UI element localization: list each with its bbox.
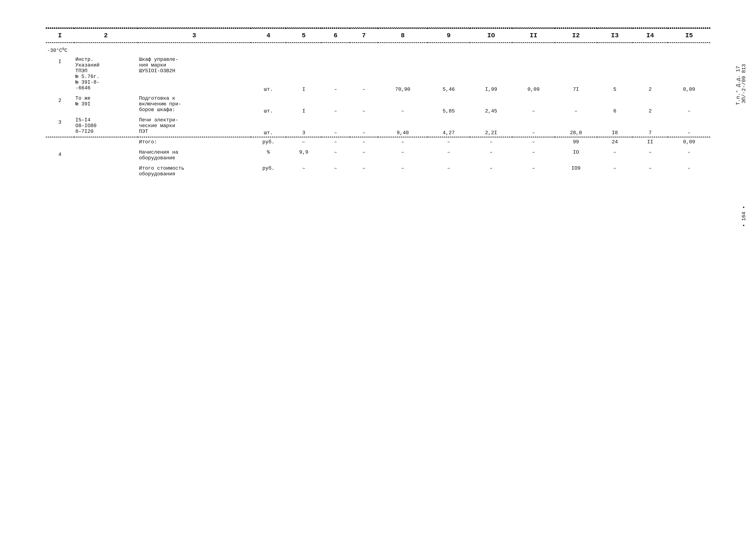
col-header-9: 9 — [428, 29, 470, 43]
col-header-11: II — [512, 29, 555, 43]
table-row-3: 3 I5–I4 O8–IO80 8–7I20 Печи электри- чес… — [46, 115, 710, 137]
subtotal-col9: – — [428, 137, 470, 147]
row3-col8: 9,40 — [378, 115, 427, 137]
total-col14: – — [633, 163, 668, 179]
total-col1 — [46, 163, 74, 179]
row4-col1: 4 — [46, 147, 74, 163]
total-col3: Итого стоимость оборудования — [138, 163, 251, 179]
row4-col14: – — [633, 147, 668, 163]
row2-col1: 2 — [46, 93, 74, 115]
total-col2 — [74, 163, 138, 179]
row3-col15: – — [668, 115, 710, 137]
row3-col6: – — [321, 115, 350, 137]
row1-col12: 7I — [555, 55, 597, 93]
row2-col3: Подготовка к включению при- боров шкафа: — [138, 93, 251, 115]
col-header-5: 5 — [286, 29, 321, 43]
col-header-15: I5 — [668, 29, 710, 43]
row1-col2: Инстр. Указаний ТПЭП № 5.76г. № 39I-8- -… — [74, 55, 138, 93]
row2-col8: – — [378, 93, 427, 115]
col-header-10: IO — [470, 29, 512, 43]
row2-col14: 2 — [633, 93, 668, 115]
row2-col12: – — [555, 93, 597, 115]
total-col15: – — [668, 163, 710, 179]
subtotal-col14: II — [633, 137, 668, 147]
col-header-1: I — [46, 29, 74, 43]
total-col7: – — [350, 163, 378, 179]
subtotal-col5: ← — [286, 137, 321, 147]
row2-col6: – — [321, 93, 350, 115]
total-col11: – — [512, 163, 555, 179]
row3-col12: 28,0 — [555, 115, 597, 137]
subtotal-row: Итого: руб. ← – – – – – – 99 24 II 0,09 — [46, 137, 710, 147]
subtotal-col1 — [46, 137, 74, 147]
row1-col15: 0,09 — [668, 55, 710, 93]
column-header-row: I 2 3 4 5 6 7 8 9 IO II I2 I3 I4 I5 — [46, 29, 710, 43]
col-header-14: I4 — [633, 29, 668, 43]
col-header-3: 3 — [138, 29, 251, 43]
row1-col7: – — [350, 55, 378, 93]
row3-col1: 3 — [46, 115, 74, 137]
table-row-4: 4 Начисления на оборудование % 9,9 – – –… — [46, 147, 710, 163]
side-label-top: Т.п.° Д.д. 17 ЭП/-2-/09 813 — [735, 64, 747, 105]
row2-col10: 2,45 — [470, 93, 512, 115]
row4-col15: – — [668, 147, 710, 163]
row2-col13: 6 — [597, 93, 633, 115]
row1-col14: 2 — [633, 55, 668, 93]
row4-col10: – — [470, 147, 512, 163]
table-row-2: 2 То же № 39I Подготовка к включению при… — [46, 93, 710, 115]
row2-col11: – — [512, 93, 555, 115]
row4-col5: 9,9 — [286, 147, 321, 163]
total-col10: – — [470, 163, 512, 179]
row1-col13: 5 — [597, 55, 633, 93]
row4-col4: % — [251, 147, 286, 163]
row3-col14: 7 — [633, 115, 668, 137]
total-col8: – — [378, 163, 427, 179]
row1-col9: 5,46 — [428, 55, 470, 93]
row1-col6: – — [321, 55, 350, 93]
total-col13: – — [597, 163, 633, 179]
row4-col3: Начисления на оборудование — [138, 147, 251, 163]
row3-col3: Печи электри- ческие марки ПЭТ — [138, 115, 251, 137]
row4-col6: – — [321, 147, 350, 163]
main-table: I 2 3 4 5 6 7 8 9 IO II I2 I3 I4 I5 - — [46, 28, 710, 179]
total-col6: – — [321, 163, 350, 179]
side-label-mid: • 164 • — [741, 206, 747, 227]
subtotal-col7: – — [350, 137, 378, 147]
row3-col11: – — [512, 115, 555, 137]
row3-col5: 3 — [286, 115, 321, 137]
row2-col15: – — [668, 93, 710, 115]
col-header-2: 2 — [74, 29, 138, 43]
row4-col9: – — [428, 147, 470, 163]
col-header-6: 6 — [321, 29, 350, 43]
table-row-1: I Инстр. Указаний ТПЭП № 5.76г. № 39I-8-… — [46, 55, 710, 93]
subtotal-col2 — [74, 137, 138, 147]
temp-note-row: -30°C0C — [46, 43, 710, 55]
col-header-12: I2 — [555, 29, 597, 43]
total-col5: – — [286, 163, 321, 179]
row2-col5: I — [286, 93, 321, 115]
page: I 2 3 4 5 6 7 8 9 IO II I2 I3 I4 I5 - — [0, 0, 756, 540]
total-col4: руб. — [251, 163, 286, 179]
row2-col7: – — [350, 93, 378, 115]
subtotal-col6: – — [321, 137, 350, 147]
col-header-4: 4 — [251, 29, 286, 43]
row2-col9: 5,85 — [428, 93, 470, 115]
row4-col8: – — [378, 147, 427, 163]
total-col9: – — [428, 163, 470, 179]
col-header-7: 7 — [350, 29, 378, 43]
row4-col2 — [74, 147, 138, 163]
row3-col7: – — [350, 115, 378, 137]
row1-col3: Шкаф управле- ния марки ШУ5IOI-O3В2Н — [138, 55, 251, 93]
row4-col7: – — [350, 147, 378, 163]
temp-note: -30°C0C — [46, 43, 710, 55]
row4-col13: – — [597, 147, 633, 163]
subtotal-col13: 24 — [597, 137, 633, 147]
row3-col2: I5–I4 O8–IO80 8–7I20 — [74, 115, 138, 137]
subtotal-col4: руб. — [251, 137, 286, 147]
row4-col11: – — [512, 147, 555, 163]
row3-col13: I8 — [597, 115, 633, 137]
subtotal-col15: 0,09 — [668, 137, 710, 147]
row1-col5: I — [286, 55, 321, 93]
row1-col1: I — [46, 55, 74, 93]
row4-col12: IO — [555, 147, 597, 163]
